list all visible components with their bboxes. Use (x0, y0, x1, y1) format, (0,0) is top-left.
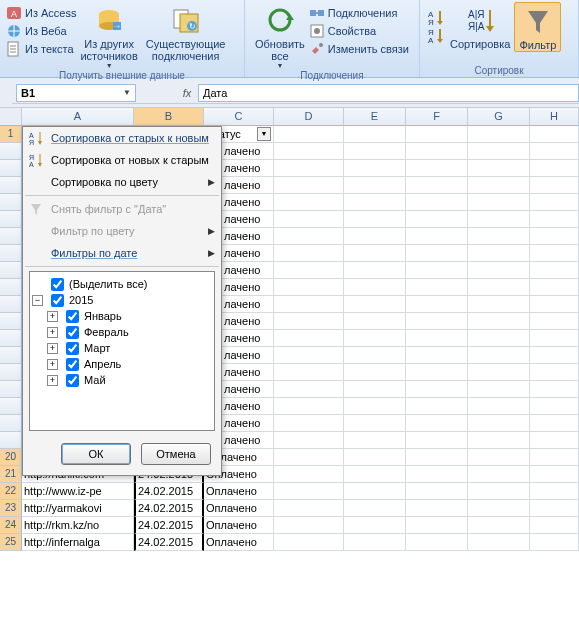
cell[interactable] (406, 449, 468, 466)
connections-button[interactable]: Подключения (309, 4, 409, 21)
cell[interactable] (468, 449, 530, 466)
cell[interactable] (274, 500, 344, 517)
cell[interactable] (406, 279, 468, 296)
cell[interactable]: лачено (222, 347, 274, 364)
col-header-c[interactable]: C (204, 108, 274, 126)
cell[interactable]: http://infernalga (22, 534, 134, 551)
row-header[interactable] (0, 279, 22, 296)
row-header[interactable]: 1 (0, 126, 22, 143)
filter-button[interactable]: Фильтр (514, 2, 561, 52)
cell[interactable]: лачено (222, 415, 274, 432)
row-header[interactable]: 23 (0, 500, 22, 517)
cell[interactable] (344, 279, 406, 296)
row-header[interactable] (0, 296, 22, 313)
cell[interactable] (530, 262, 579, 279)
cell[interactable] (468, 228, 530, 245)
cell[interactable] (530, 279, 579, 296)
cell[interactable] (468, 432, 530, 449)
row-header[interactable] (0, 143, 22, 160)
cell[interactable]: http://www.iz-pe (22, 483, 134, 500)
existing-connections-button[interactable]: ↻ Существующие подключения (142, 2, 230, 62)
cell[interactable] (406, 517, 468, 534)
cell[interactable] (406, 262, 468, 279)
cell[interactable]: лачено (222, 381, 274, 398)
cell[interactable]: лачено (222, 211, 274, 228)
collapse-icon[interactable]: − (32, 295, 43, 306)
row-header[interactable] (0, 313, 22, 330)
cell[interactable] (344, 143, 406, 160)
row-header[interactable] (0, 364, 22, 381)
cell[interactable]: Оплачено (204, 483, 274, 500)
cell[interactable] (344, 381, 406, 398)
cell[interactable] (344, 160, 406, 177)
filter-tree[interactable]: (Выделить все) − 2015 +Январь+Февраль+Ма… (29, 271, 215, 431)
cell[interactable]: http://rkm.kz/no (22, 517, 134, 534)
cell[interactable] (344, 330, 406, 347)
cell[interactable]: лачено (222, 177, 274, 194)
cell[interactable] (344, 177, 406, 194)
cell[interactable] (344, 483, 406, 500)
row-header[interactable] (0, 228, 22, 245)
cell[interactable] (406, 398, 468, 415)
tree-month[interactable]: +Май (32, 372, 212, 388)
cell[interactable]: лачено (222, 330, 274, 347)
cell[interactable] (274, 466, 344, 483)
cell[interactable] (344, 466, 406, 483)
cell[interactable] (468, 534, 530, 551)
cell[interactable]: Оплачено (204, 500, 274, 517)
cell[interactable] (274, 534, 344, 551)
cell[interactable] (274, 398, 344, 415)
row-header[interactable]: 20 (0, 449, 22, 466)
cell[interactable] (274, 517, 344, 534)
cell[interactable]: 24.02.2015 (134, 500, 204, 517)
from-other-sources-button[interactable]: → Из других источников ▼ (76, 2, 141, 70)
fx-icon[interactable]: fx (180, 87, 194, 99)
cell[interactable] (468, 483, 530, 500)
tree-month[interactable]: +Февраль (32, 324, 212, 340)
checkbox[interactable] (66, 374, 79, 387)
cell[interactable] (274, 449, 344, 466)
checkbox[interactable] (66, 326, 79, 339)
cell[interactable] (406, 381, 468, 398)
cell[interactable] (530, 500, 579, 517)
cell[interactable] (274, 296, 344, 313)
cell[interactable] (530, 211, 579, 228)
cell[interactable] (468, 296, 530, 313)
cell[interactable] (274, 381, 344, 398)
cell[interactable]: лачено (222, 228, 274, 245)
cell[interactable]: лачено (222, 432, 274, 449)
cell[interactable] (274, 313, 344, 330)
cell[interactable] (530, 228, 579, 245)
cell[interactable]: лачено (222, 194, 274, 211)
cell[interactable]: лачено (222, 160, 274, 177)
cell[interactable] (468, 466, 530, 483)
cell[interactable] (406, 160, 468, 177)
cell[interactable] (530, 160, 579, 177)
cell[interactable] (468, 194, 530, 211)
cell[interactable]: лачено (222, 398, 274, 415)
cell[interactable]: лачено (222, 245, 274, 262)
cell[interactable] (468, 330, 530, 347)
cell[interactable] (274, 211, 344, 228)
cell[interactable]: Оплачено (204, 517, 274, 534)
sort-newest-oldest[interactable]: ЯА Сортировка от новых к старым (23, 149, 221, 171)
cell[interactable] (274, 245, 344, 262)
cell[interactable]: http://yarmakovi (22, 500, 134, 517)
col-header-a[interactable]: A (22, 108, 134, 126)
cell[interactable] (468, 313, 530, 330)
select-all-corner[interactable] (0, 108, 22, 126)
tree-month[interactable]: +Январь (32, 308, 212, 324)
cell[interactable] (406, 364, 468, 381)
cell[interactable]: 24.02.2015 (134, 517, 204, 534)
cell[interactable] (344, 262, 406, 279)
expand-icon[interactable]: + (47, 375, 58, 386)
checkbox[interactable] (51, 294, 64, 307)
cell[interactable]: 24.02.2015 (134, 483, 204, 500)
cell[interactable] (406, 228, 468, 245)
row-header[interactable] (0, 194, 22, 211)
cell[interactable] (344, 211, 406, 228)
row-header[interactable] (0, 262, 22, 279)
cell[interactable] (344, 534, 406, 551)
cell[interactable] (344, 347, 406, 364)
from-text-button[interactable]: Из текста (6, 40, 76, 57)
